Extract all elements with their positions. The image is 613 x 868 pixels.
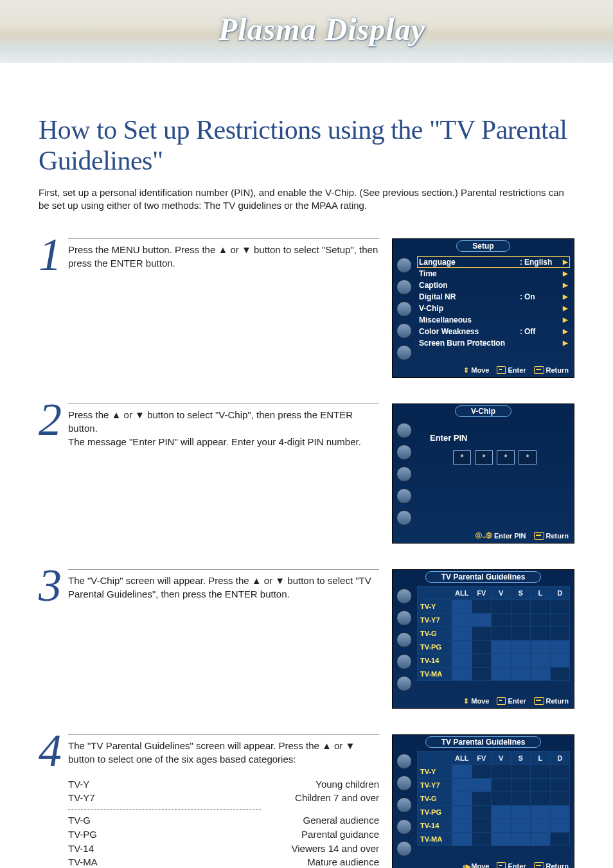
hint-enter: Enter	[497, 862, 526, 869]
grid-cell[interactable]	[452, 778, 472, 792]
grid-row-label[interactable]: TV-MA	[418, 832, 452, 846]
grid-cell	[531, 792, 551, 805]
grid-cell[interactable]	[452, 805, 472, 819]
grid-cell[interactable]	[492, 832, 511, 846]
grid-col-header: L	[531, 586, 551, 599]
grid-cell	[472, 832, 492, 846]
sound-icon	[396, 279, 412, 295]
grid-row-label[interactable]: TV-Y7	[418, 778, 452, 792]
grid-cell[interactable]	[452, 792, 472, 805]
grid-row-label[interactable]: TV-G	[418, 626, 452, 640]
channel-icon	[396, 466, 412, 482]
grid-cell[interactable]	[452, 599, 472, 613]
grid-cell[interactable]	[531, 653, 551, 667]
pin-digit[interactable]: *	[519, 450, 537, 465]
grid-cell[interactable]	[492, 640, 511, 653]
grid-cell[interactable]	[531, 640, 551, 653]
step-number: 2	[39, 403, 68, 436]
grid-cell	[472, 599, 492, 613]
move-icon	[463, 697, 469, 705]
pin-digit[interactable]: *	[497, 450, 515, 465]
menu-item-caption[interactable]: Caption ▶	[417, 279, 570, 291]
menu-item-screen-burn[interactable]: Screen Burn Protection ▶	[417, 337, 570, 349]
grid-cell[interactable]	[472, 613, 492, 626]
grid-row-label[interactable]: TV-MA	[418, 667, 452, 680]
step-3: 3 The "V-Chip" screen will appear. Press…	[39, 569, 574, 709]
pin-input[interactable]: * * * *	[422, 450, 567, 465]
grid-row-label[interactable]: TV-Y7	[418, 613, 452, 626]
osd-tvpg-grid: TV Parental Guidelines ALLFVVSLDTV-YTV-Y…	[392, 569, 574, 709]
picture-icon	[396, 589, 412, 604]
grid-cell	[550, 778, 570, 792]
grid-row-label[interactable]: TV-PG	[418, 805, 452, 819]
grid-cell[interactable]	[531, 819, 551, 832]
grid-cell	[492, 613, 511, 626]
grid-cell[interactable]	[492, 805, 511, 819]
grid-cell[interactable]	[511, 832, 531, 846]
grid-cell[interactable]	[472, 778, 492, 792]
menu-label: Language	[419, 258, 518, 267]
osd-tvpg-grid: TV Parental Guidelines ALLFVVSLDTV-YTV-Y…	[392, 734, 574, 869]
grid-cell[interactable]	[531, 667, 551, 680]
menu-item-color-weakness[interactable]: Color Weakness : Off ▶	[417, 326, 570, 337]
grid-cell[interactable]	[492, 653, 511, 667]
grid-row-label[interactable]: TV-14	[418, 653, 452, 667]
grid-row-label[interactable]: TV-G	[418, 792, 452, 805]
menu-item-misc[interactable]: Miscellaneous ▶	[417, 314, 570, 326]
page-title: How to Set up Restrictions using the "TV…	[39, 114, 574, 176]
grid-cell[interactable]	[550, 805, 570, 819]
grid-cell[interactable]	[550, 653, 570, 667]
menu-item-language[interactable]: Language : English ▶	[417, 256, 570, 268]
osd-title: V-Chip	[455, 405, 511, 417]
grid-cell	[472, 792, 492, 805]
grid-cell[interactable]	[511, 819, 531, 832]
grid-cell[interactable]	[550, 640, 570, 653]
chevron-right-icon: ▶	[563, 293, 568, 300]
grid-cell	[492, 778, 511, 792]
grid-cell[interactable]	[492, 667, 511, 680]
enter-icon	[497, 862, 506, 869]
tvpg-grid-3[interactable]: ALLFVVSLDTV-YTV-Y7TV-GTV-PGTV-14TV-MA	[416, 585, 574, 695]
grid-cell[interactable]	[511, 667, 531, 680]
chevron-right-icon: ▶	[563, 305, 568, 312]
step-4: 4 The "TV Parental Guidelines" screen wi…	[39, 734, 574, 869]
grid-cell[interactable]	[452, 626, 472, 640]
grid-cell[interactable]	[452, 667, 472, 680]
step-number: 3	[39, 569, 68, 601]
grid-row-label[interactable]: TV-Y	[418, 765, 452, 778]
grid-row-label[interactable]: TV-14	[418, 819, 452, 832]
input-icon	[396, 345, 412, 360]
hint-return: Return	[534, 697, 569, 705]
pin-digit[interactable]: *	[475, 450, 493, 465]
tvpg-grid-4[interactable]: ALLFVVSLDTV-YTV-Y7TV-GTV-PGTV-14TV-MA	[416, 750, 574, 860]
grid-cell[interactable]	[452, 832, 472, 846]
grid-cell[interactable]	[531, 832, 551, 846]
grid-row-label[interactable]: TV-Y	[418, 599, 452, 613]
chevron-right-icon: ▶	[563, 270, 568, 277]
grid-col-header: D	[550, 586, 570, 599]
step-number: 4	[39, 734, 68, 766]
grid-cell[interactable]	[511, 805, 531, 819]
enter-icon	[497, 366, 506, 374]
grid-cell[interactable]	[452, 819, 472, 832]
menu-item-vchip[interactable]: V-Chip ▶	[417, 303, 570, 314]
pin-digit[interactable]: *	[453, 450, 471, 465]
grid-cell[interactable]	[511, 640, 531, 653]
setup-icon	[396, 654, 412, 669]
menu-item-digital-nr[interactable]: Digital NR : On ▶	[417, 291, 570, 303]
grid-cell[interactable]	[550, 819, 570, 832]
menu-value: English	[524, 258, 563, 267]
grid-cell[interactable]	[452, 765, 472, 778]
grid-row-label[interactable]: TV-PG	[418, 640, 452, 653]
osd-category-icons	[393, 585, 416, 695]
menu-label: Color Weakness	[419, 327, 518, 336]
grid-cell[interactable]	[452, 653, 472, 667]
move-icon	[463, 366, 469, 375]
grid-cell[interactable]	[492, 819, 511, 832]
grid-cell[interactable]	[531, 805, 551, 819]
menu-item-time[interactable]: Time ▶	[417, 268, 570, 279]
grid-cell	[531, 599, 551, 613]
grid-cell[interactable]	[511, 653, 531, 667]
grid-cell[interactable]	[452, 640, 472, 653]
grid-cell[interactable]	[452, 613, 472, 626]
